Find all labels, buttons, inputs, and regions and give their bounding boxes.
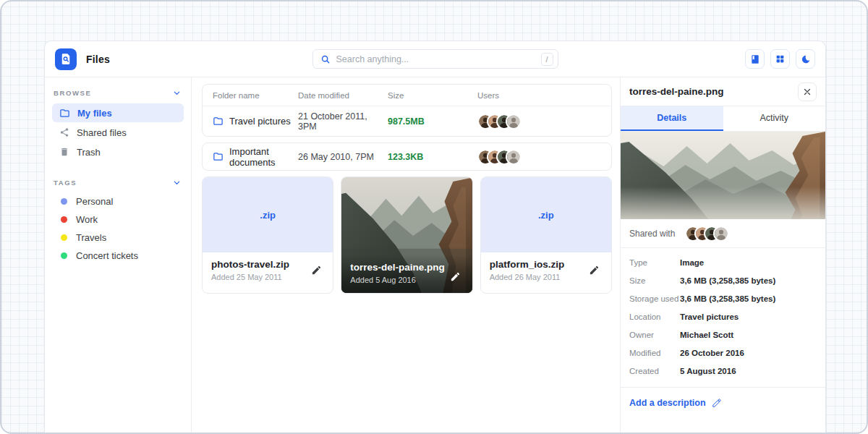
zip-thumbnail: .zip xyxy=(481,177,611,252)
column-header-users: Users xyxy=(477,91,601,100)
avatar xyxy=(506,114,522,129)
zip-badge: .zip xyxy=(538,210,554,221)
panel-file-title: torres-del-paine.png xyxy=(629,86,724,97)
pencil-icon xyxy=(450,271,461,282)
tags-section-label: TAGS xyxy=(54,179,77,187)
file-card-torres-del-paine[interactable]: torres-del-paine.png Added 5 Aug 2016 xyxy=(341,176,472,294)
tag-work[interactable]: Work xyxy=(52,210,184,229)
browse-section-header[interactable]: BROWSE xyxy=(45,82,191,103)
table-header: Folder name Date modified Size Users xyxy=(203,85,611,106)
chevron-down-icon xyxy=(173,89,181,97)
row-users-avatars xyxy=(477,114,601,129)
app-logo xyxy=(55,48,77,70)
browse-section-label: BROWSE xyxy=(54,89,91,97)
main-content: Folder name Date modified Size Users Tra… xyxy=(192,77,620,433)
file-cards: .zip photos-travel.zip Added 25 May 2011 xyxy=(202,176,612,294)
tag-label: Concert tickets xyxy=(76,250,138,261)
avatar xyxy=(506,149,522,165)
detail-row-location: Location Travel pictures xyxy=(629,307,817,326)
dark-mode-button[interactable] xyxy=(796,49,815,69)
grid-icon xyxy=(775,54,785,64)
tab-activity[interactable]: Activity xyxy=(723,106,826,131)
search-input[interactable] xyxy=(336,54,535,64)
tag-concert-tickets[interactable]: Concert tickets xyxy=(52,247,184,265)
sidebar-item-label: My files xyxy=(77,108,112,119)
screenshot-frame: Files / xyxy=(0,0,868,434)
folder-size: 123.3KB xyxy=(388,152,477,162)
row-users-avatars xyxy=(477,149,601,165)
sidebar-item-my-files[interactable]: My files xyxy=(52,103,184,122)
file-name: torres-del-paine.png xyxy=(350,262,445,273)
detail-row-size: Size 3,6 MB (3,258,385 bytes) xyxy=(629,271,817,289)
sidebar-item-label: Trash xyxy=(77,147,101,158)
edit-file-button[interactable] xyxy=(308,263,324,278)
tag-dot xyxy=(61,252,67,259)
detail-row-type: Type Image xyxy=(629,253,817,271)
table-row-important-documents[interactable]: Important documents 26 May 2010, 7PM 123… xyxy=(203,143,611,170)
folder-size: 987.5MB xyxy=(388,116,477,127)
detail-row-owner: Owner Michael Scott xyxy=(629,326,817,344)
panel-tabs: Details Activity xyxy=(621,106,825,132)
pencil-icon xyxy=(712,398,722,408)
app-header: Files / xyxy=(45,41,825,77)
detail-row-created: Created 5 August 2016 xyxy=(629,362,817,380)
detail-row-modified: Modified 26 October 2016 xyxy=(629,344,817,362)
sidebar-item-label: Shared files xyxy=(77,127,127,138)
library-button[interactable] xyxy=(745,49,765,69)
search-shortcut-badge: / xyxy=(541,53,553,66)
edit-file-button[interactable] xyxy=(448,268,464,284)
search-icon xyxy=(320,54,331,64)
sidebar-item-shared-files[interactable]: Shared files xyxy=(52,123,184,142)
zip-thumbnail: .zip xyxy=(203,177,333,252)
shared-with-avatars xyxy=(685,226,729,242)
pencil-icon xyxy=(311,265,322,276)
folder-icon xyxy=(59,108,70,119)
date-modified: 21 October 2011, 3PM xyxy=(298,111,388,132)
column-header-folder-name: Folder name xyxy=(213,91,298,100)
detail-row-storage-used: Storage used 3,6 MB (3,258,385 bytes) xyxy=(629,289,817,307)
add-description-button[interactable]: Add a description xyxy=(621,388,825,418)
folders-table: Folder name Date modified Size Users Tra… xyxy=(202,84,612,137)
details-panel: torres-del-paine.png Details Activity xyxy=(620,77,825,433)
shared-with-label: Shared with xyxy=(629,229,675,239)
zip-badge: .zip xyxy=(260,210,276,221)
close-icon xyxy=(803,88,812,96)
folder-icon xyxy=(213,116,224,127)
trash-icon xyxy=(59,147,69,157)
edit-file-button[interactable] xyxy=(587,263,603,278)
tag-travels[interactable]: Travels xyxy=(52,229,184,247)
column-header-size: Size xyxy=(388,91,477,100)
tag-label: Work xyxy=(76,214,98,225)
close-panel-button[interactable] xyxy=(798,82,817,101)
column-header-date-modified: Date modified xyxy=(298,91,388,100)
file-name: photos-travel.zip xyxy=(211,259,289,270)
table-row-travel-pictures[interactable]: Travel pictures 21 October 2011, 3PM 987… xyxy=(203,106,611,136)
folders-table-row-card: Important documents 26 May 2010, 7PM 123… xyxy=(202,142,612,171)
search-bar[interactable]: / xyxy=(312,49,558,69)
date-modified: 26 May 2010, 7PM xyxy=(298,152,388,162)
avatar xyxy=(713,226,729,242)
sidebar: BROWSE My files Shared files xyxy=(45,77,192,433)
header-actions xyxy=(745,49,815,69)
folder-name: Travel pictures xyxy=(229,116,291,127)
folder-icon xyxy=(213,151,224,162)
file-name: platform_ios.zip xyxy=(490,259,565,270)
pencil-icon xyxy=(589,265,600,276)
book-icon xyxy=(750,54,760,64)
file-search-icon xyxy=(59,53,72,66)
file-card-photos-travel[interactable]: .zip photos-travel.zip Added 25 May 2011 xyxy=(202,176,333,294)
tags-section-header[interactable]: TAGS xyxy=(45,171,191,192)
file-added-date: Added 25 May 2011 xyxy=(211,273,289,281)
tab-details[interactable]: Details xyxy=(621,106,723,131)
file-preview-image xyxy=(621,132,825,219)
tag-dot xyxy=(61,234,67,241)
page-title: Files xyxy=(86,54,110,65)
file-card-platform-ios[interactable]: .zip platform_ios.zip Added 26 May 2011 xyxy=(480,176,612,294)
grid-view-button[interactable] xyxy=(770,49,790,69)
files-app-window: Files / xyxy=(44,41,826,434)
tag-personal[interactable]: Personal xyxy=(52,192,184,210)
file-added-date: Added 26 May 2011 xyxy=(490,273,565,281)
sidebar-item-trash[interactable]: Trash xyxy=(52,142,184,161)
tag-dot xyxy=(61,216,67,223)
tag-dot xyxy=(61,198,67,205)
